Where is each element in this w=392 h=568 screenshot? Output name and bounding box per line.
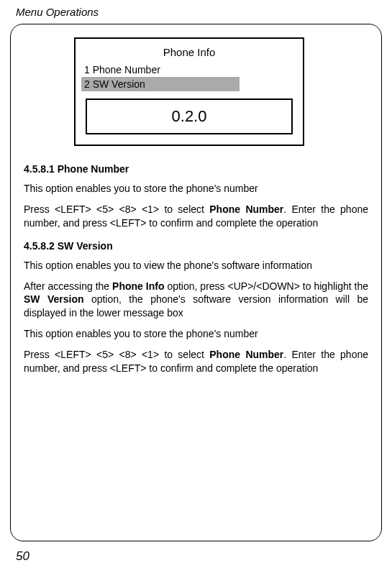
body-text: This option enables you to view the phon… [24,259,368,272]
bold-text: SW Version [24,293,84,305]
phone-screen-illustration: Phone Info 1 Phone Number 2 SW Version 0… [74,37,304,146]
body-text: This option enables you to store the pho… [24,182,368,196]
text-fragment: Press <LEFT> <5> <8> <1> to select [24,203,209,215]
body-text: This option enables you to store the pho… [24,327,368,341]
bold-text: Phone Number [209,203,283,215]
phone-screen-title: Phone Info [81,46,297,58]
body-text: Press <LEFT> <5> <8> <1> to select Phone… [24,348,368,375]
text-fragment: option, press <UP>/<DOWN> to highlight t… [164,280,368,292]
section-heading-sw-version: 4.5.8.2 SW Version [24,240,368,252]
page-header: Menu Operations [0,0,392,21]
section-heading-phone-number: 4.5.8.1 Phone Number [24,163,368,175]
bold-text: Phone Number [209,349,283,360]
text-fragment: After accessing the [24,280,112,292]
menu-item-sw-version: 2 SW Version [81,77,240,91]
page-number: 50 [16,549,29,564]
menu-item-phone-number: 1 Phone Number [81,63,297,77]
text-fragment: Press <LEFT> <5> <8> <1> to select [24,349,209,360]
body-text: Press <LEFT> <5> <8> <1> to select Phone… [24,203,368,230]
version-display: 0.2.0 [86,99,293,134]
body-text: After accessing the Phone Info option, p… [24,280,368,321]
page-frame: Phone Info 1 Phone Number 2 SW Version 0… [10,24,382,541]
bold-text: Phone Info [112,280,164,292]
